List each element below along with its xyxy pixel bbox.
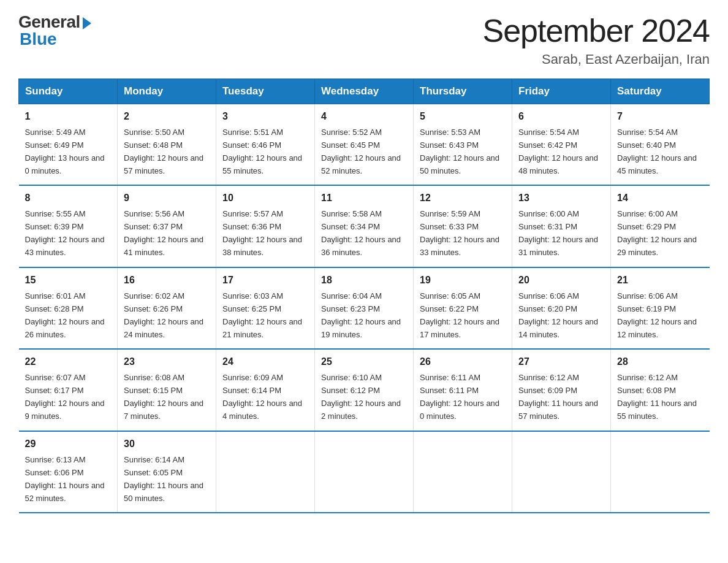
day-number: 29 [25,437,112,452]
calendar-cell: 29 Sunrise: 6:13 AMSunset: 6:06 PMDaylig… [19,431,118,513]
day-info: Sunrise: 6:00 AMSunset: 6:31 PMDaylight:… [518,209,598,257]
day-number: 24 [222,354,308,370]
day-number: 30 [124,437,210,452]
day-info: Sunrise: 6:13 AMSunset: 6:06 PMDaylight:… [25,455,105,503]
calendar-cell: 5 Sunrise: 5:53 AMSunset: 6:43 PMDayligh… [414,104,512,186]
day-number: 14 [617,191,703,206]
day-number: 16 [124,273,210,288]
page-header: General Blue September 2024 Sarab, East … [18,12,710,67]
day-info: Sunrise: 6:06 AMSunset: 6:19 PMDaylight:… [617,291,697,339]
calendar-cell: 14 Sunrise: 6:00 AMSunset: 6:29 PMDaylig… [611,185,710,267]
day-info: Sunrise: 5:54 AMSunset: 6:42 PMDaylight:… [518,128,598,175]
day-number: 10 [222,191,308,206]
weekday-header-tuesday: Tuesday [216,79,315,104]
weekday-header-sunday: Sunday [19,79,118,104]
calendar-cell: 28 Sunrise: 6:12 AMSunset: 6:08 PMDaylig… [611,349,710,431]
calendar-cell: 15 Sunrise: 6:01 AMSunset: 6:28 PMDaylig… [19,267,118,349]
calendar-cell [414,431,512,513]
calendar-week-row: 29 Sunrise: 6:13 AMSunset: 6:06 PMDaylig… [19,431,710,513]
weekday-header-row: SundayMondayTuesdayWednesdayThursdayFrid… [19,79,710,104]
calendar-cell: 11 Sunrise: 5:58 AMSunset: 6:34 PMDaylig… [315,185,414,267]
day-number: 9 [124,191,210,206]
day-info: Sunrise: 5:55 AMSunset: 6:39 PMDaylight:… [25,209,105,257]
calendar-cell: 26 Sunrise: 6:11 AMSunset: 6:11 PMDaylig… [414,349,512,431]
day-info: Sunrise: 5:58 AMSunset: 6:34 PMDaylight:… [321,209,401,257]
day-info: Sunrise: 5:59 AMSunset: 6:33 PMDaylight:… [420,209,499,257]
calendar-cell [216,431,315,513]
day-info: Sunrise: 5:52 AMSunset: 6:45 PMDaylight:… [321,128,401,175]
day-info: Sunrise: 6:12 AMSunset: 6:09 PMDaylight:… [518,373,598,421]
day-info: Sunrise: 6:04 AMSunset: 6:23 PMDaylight:… [321,291,401,339]
day-number: 8 [25,191,112,206]
day-info: Sunrise: 6:00 AMSunset: 6:29 PMDaylight:… [617,209,697,257]
calendar-cell [512,431,611,513]
calendar-cell: 24 Sunrise: 6:09 AMSunset: 6:14 PMDaylig… [216,349,315,431]
day-number: 11 [321,191,407,206]
day-number: 4 [321,109,407,124]
weekday-header-thursday: Thursday [414,79,512,104]
calendar-cell: 20 Sunrise: 6:06 AMSunset: 6:20 PMDaylig… [512,267,611,349]
calendar-week-row: 1 Sunrise: 5:49 AMSunset: 6:49 PMDayligh… [19,104,710,186]
calendar-cell: 30 Sunrise: 6:14 AMSunset: 6:05 PMDaylig… [118,431,216,513]
day-info: Sunrise: 6:14 AMSunset: 6:05 PMDaylight:… [124,455,203,503]
calendar-cell: 3 Sunrise: 5:51 AMSunset: 6:46 PMDayligh… [216,104,315,186]
day-info: Sunrise: 5:57 AMSunset: 6:36 PMDaylight:… [222,209,302,257]
day-info: Sunrise: 6:06 AMSunset: 6:20 PMDaylight:… [518,291,598,339]
day-number: 15 [25,273,112,288]
day-info: Sunrise: 6:03 AMSunset: 6:25 PMDaylight:… [222,291,302,339]
calendar-subtitle: Sarab, East Azerbaijan, Iran [483,52,710,67]
day-number: 25 [321,354,407,370]
calendar-cell: 17 Sunrise: 6:03 AMSunset: 6:25 PMDaylig… [216,267,315,349]
weekday-header-saturday: Saturday [611,79,710,104]
day-info: Sunrise: 5:51 AMSunset: 6:46 PMDaylight:… [222,128,302,175]
day-number: 18 [321,273,407,288]
day-number: 6 [518,109,604,124]
day-info: Sunrise: 5:56 AMSunset: 6:37 PMDaylight:… [124,209,203,257]
calendar-cell: 7 Sunrise: 5:54 AMSunset: 6:40 PMDayligh… [611,104,710,186]
day-info: Sunrise: 5:54 AMSunset: 6:40 PMDaylight:… [617,128,697,175]
day-number: 2 [124,109,210,124]
calendar-cell: 25 Sunrise: 6:10 AMSunset: 6:12 PMDaylig… [315,349,414,431]
calendar-cell: 4 Sunrise: 5:52 AMSunset: 6:45 PMDayligh… [315,104,414,186]
day-info: Sunrise: 6:07 AMSunset: 6:17 PMDaylight:… [25,373,105,421]
day-number: 13 [518,191,604,206]
calendar-cell: 18 Sunrise: 6:04 AMSunset: 6:23 PMDaylig… [315,267,414,349]
day-number: 27 [518,354,604,370]
weekday-header-wednesday: Wednesday [315,79,414,104]
calendar-cell: 27 Sunrise: 6:12 AMSunset: 6:09 PMDaylig… [512,349,611,431]
day-info: Sunrise: 6:02 AMSunset: 6:26 PMDaylight:… [124,291,203,339]
calendar-cell: 2 Sunrise: 5:50 AMSunset: 6:48 PMDayligh… [118,104,216,186]
logo-blue-text: Blue [20,29,57,49]
day-number: 5 [420,109,506,124]
day-info: Sunrise: 5:50 AMSunset: 6:48 PMDaylight:… [124,128,203,175]
day-info: Sunrise: 6:11 AMSunset: 6:11 PMDaylight:… [420,373,499,421]
calendar-cell [611,431,710,513]
day-number: 28 [617,354,703,370]
day-number: 26 [420,354,506,370]
day-number: 3 [222,109,308,124]
calendar-cell: 10 Sunrise: 5:57 AMSunset: 6:36 PMDaylig… [216,185,315,267]
day-info: Sunrise: 5:53 AMSunset: 6:43 PMDaylight:… [420,128,499,175]
day-info: Sunrise: 5:49 AMSunset: 6:49 PMDaylight:… [25,128,105,175]
day-number: 21 [617,273,703,288]
calendar-week-row: 15 Sunrise: 6:01 AMSunset: 6:28 PMDaylig… [19,267,710,349]
calendar-cell: 22 Sunrise: 6:07 AMSunset: 6:17 PMDaylig… [19,349,118,431]
calendar-cell: 13 Sunrise: 6:00 AMSunset: 6:31 PMDaylig… [512,185,611,267]
day-number: 1 [25,109,112,124]
calendar-cell: 16 Sunrise: 6:02 AMSunset: 6:26 PMDaylig… [118,267,216,349]
day-info: Sunrise: 6:09 AMSunset: 6:14 PMDaylight:… [222,373,302,421]
calendar-cell: 6 Sunrise: 5:54 AMSunset: 6:42 PMDayligh… [512,104,611,186]
calendar-cell: 1 Sunrise: 5:49 AMSunset: 6:49 PMDayligh… [19,104,118,186]
calendar-title: September 2024 [483,12,710,49]
calendar-cell: 8 Sunrise: 5:55 AMSunset: 6:39 PMDayligh… [19,185,118,267]
day-info: Sunrise: 6:12 AMSunset: 6:08 PMDaylight:… [617,373,697,421]
day-info: Sunrise: 6:10 AMSunset: 6:12 PMDaylight:… [321,373,401,421]
title-block: September 2024 Sarab, East Azerbaijan, I… [483,12,710,67]
day-info: Sunrise: 6:01 AMSunset: 6:28 PMDaylight:… [25,291,105,339]
weekday-header-monday: Monday [118,79,216,104]
weekday-header-friday: Friday [512,79,611,104]
calendar-cell: 12 Sunrise: 5:59 AMSunset: 6:33 PMDaylig… [414,185,512,267]
day-info: Sunrise: 6:08 AMSunset: 6:15 PMDaylight:… [124,373,203,421]
calendar-table: SundayMondayTuesdayWednesdayThursdayFrid… [18,79,710,513]
calendar-cell: 9 Sunrise: 5:56 AMSunset: 6:37 PMDayligh… [118,185,216,267]
